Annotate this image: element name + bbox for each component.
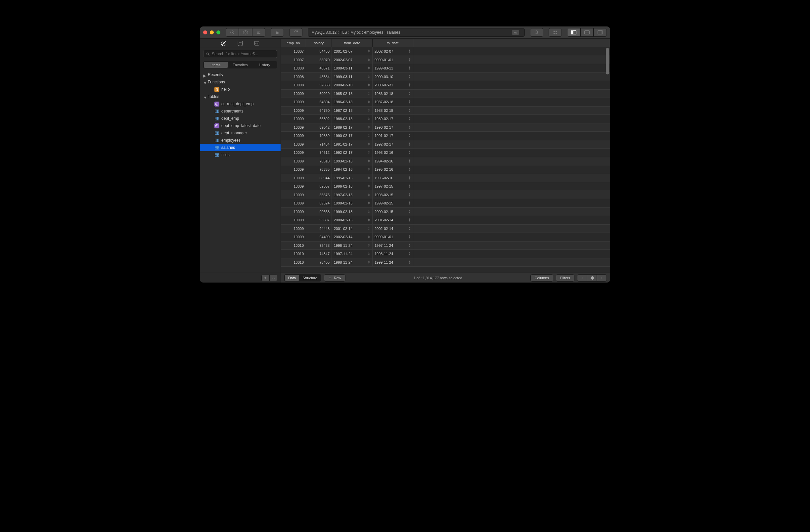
cell-salary[interactable]: 69042 (306, 124, 332, 132)
cell-from_date[interactable]: 2001-02-07▲▼ (332, 47, 373, 55)
cell-to_date[interactable]: 1994-02-16▲▼ (373, 157, 413, 165)
cell-emp_no[interactable]: 10009 (281, 90, 306, 98)
table-row[interactable]: 10010754051998-11-24▲▼1999-11-24▲▼ (281, 258, 610, 267)
table-row[interactable]: 10009714341991-02-17▲▼1992-02-17▲▼ (281, 140, 610, 149)
panel-bottom-icon[interactable] (580, 28, 594, 37)
date-stepper[interactable]: ▲▼ (368, 235, 370, 239)
cell-to_date[interactable]: 9999-01-01▲▼ (373, 233, 413, 241)
cell-to_date[interactable]: 9999-01-01▲▼ (373, 56, 413, 64)
cell-salary[interactable]: 71434 (306, 140, 332, 148)
cell-to_date[interactable]: 1989-02-17▲▼ (373, 115, 413, 123)
tree-table-employees[interactable]: employees (200, 136, 280, 144)
date-stepper[interactable]: ▲▼ (368, 201, 370, 205)
cell-from_date[interactable]: 1989-02-17▲▼ (332, 124, 373, 132)
cell-salary[interactable]: 88070 (306, 56, 332, 64)
date-stepper[interactable]: ▲▼ (408, 193, 411, 197)
cell-to_date[interactable]: 1988-02-18▲▼ (373, 107, 413, 115)
cell-to_date[interactable]: 1999-03-11▲▼ (373, 64, 413, 72)
date-stepper[interactable]: ▲▼ (368, 142, 370, 146)
cell-emp_no[interactable]: 10007 (281, 56, 306, 64)
tree-table-dept_emp[interactable]: dept_emp (200, 115, 280, 122)
date-stepper[interactable]: ▲▼ (408, 201, 411, 205)
cell-salary[interactable]: 64604 (306, 98, 332, 106)
cell-salary[interactable]: 74347 (306, 250, 332, 258)
date-stepper[interactable]: ▲▼ (408, 210, 411, 214)
table-row[interactable]: 10009663021988-02-18▲▼1989-02-17▲▼ (281, 115, 610, 124)
date-stepper[interactable]: ▲▼ (368, 150, 370, 155)
compass-icon[interactable] (219, 39, 229, 47)
minimize-window[interactable] (210, 30, 214, 34)
date-stepper[interactable]: ▲▼ (368, 176, 370, 180)
cell-from_date[interactable]: 1995-02-16▲▼ (332, 174, 373, 182)
date-stepper[interactable]: ▲▼ (368, 117, 370, 121)
cell-emp_no[interactable]: 10009 (281, 191, 306, 199)
cell-salary[interactable]: 74612 (306, 148, 332, 157)
cell-to_date[interactable]: 1986-02-18▲▼ (373, 90, 413, 98)
date-stepper[interactable]: ▲▼ (408, 260, 411, 264)
grid-icon[interactable] (549, 28, 562, 37)
date-stepper[interactable]: ▲▼ (408, 75, 411, 79)
date-stepper[interactable]: ▲▼ (408, 117, 411, 121)
dropdown-button[interactable]: ⌵ (269, 275, 277, 281)
cell-to_date[interactable]: 1998-02-15▲▼ (373, 191, 413, 199)
cell-to_date[interactable]: 1991-02-17▲▼ (373, 132, 413, 140)
prev-page[interactable]: ‹ (577, 274, 587, 281)
tree-tables[interactable]: ▼ Tables (200, 93, 280, 100)
date-stepper[interactable]: ▲▼ (408, 252, 411, 256)
cell-from_date[interactable]: 2000-02-15▲▼ (332, 216, 373, 224)
date-stepper[interactable]: ▲▼ (408, 176, 411, 180)
date-stepper[interactable]: ▲▼ (408, 83, 411, 87)
lock-icon[interactable] (271, 28, 284, 37)
columns-button[interactable]: Columns (530, 274, 553, 281)
tree-table-dept_manager[interactable]: dept_manager (200, 129, 280, 136)
cell-salary[interactable]: 90668 (306, 208, 332, 216)
filters-button[interactable]: Filters (556, 274, 574, 281)
cell-from_date[interactable]: 1998-11-24▲▼ (332, 258, 373, 267)
date-stepper[interactable]: ▲▼ (368, 260, 370, 264)
date-stepper[interactable]: ▲▼ (408, 142, 411, 146)
table-row[interactable]: 10008485841999-03-11▲▼2000-03-10▲▼ (281, 73, 610, 81)
cell-salary[interactable]: 52668 (306, 81, 332, 89)
seg-favorites[interactable]: Favorites (228, 62, 252, 68)
tree-recently[interactable]: ▶ Recently (200, 71, 280, 78)
col-from_date[interactable]: from_date (332, 39, 373, 47)
date-stepper[interactable]: ▲▼ (368, 227, 370, 230)
cell-emp_no[interactable]: 10009 (281, 140, 306, 148)
cell-salary[interactable]: 66302 (306, 115, 332, 123)
database-icon[interactable] (235, 39, 245, 47)
date-stepper[interactable]: ▲▼ (368, 58, 370, 62)
panel-right-icon[interactable] (594, 28, 607, 37)
cell-salary[interactable]: 80944 (306, 174, 332, 182)
cell-to_date[interactable]: 2002-02-14▲▼ (373, 225, 413, 233)
add-row-button[interactable]: ＋ Row (324, 274, 345, 281)
date-stepper[interactable]: ▲▼ (408, 100, 411, 104)
date-stepper[interactable]: ▲▼ (368, 167, 370, 172)
cell-from_date[interactable]: 1997-02-15▲▼ (332, 191, 373, 199)
tree-table-current_dept_emp[interactable]: current_dept_emp (200, 100, 280, 108)
search-icon[interactable] (530, 28, 543, 37)
cell-from_date[interactable]: 1997-11-24▲▼ (332, 250, 373, 258)
table-row[interactable]: 10009944432001-02-14▲▼2002-02-14▲▼ (281, 225, 610, 233)
cell-from_date[interactable]: 2000-03-10▲▼ (332, 81, 373, 89)
date-stepper[interactable]: ▲▼ (368, 159, 370, 163)
cell-salary[interactable]: 60929 (306, 90, 332, 98)
tree-table-dept_emp_latest_date[interactable]: dept_emp_latest_date (200, 122, 280, 129)
cell-from_date[interactable]: 1991-02-17▲▼ (332, 140, 373, 148)
table-row[interactable]: 10009809441995-02-16▲▼1996-02-16▲▼ (281, 174, 610, 183)
date-stepper[interactable]: ▲▼ (368, 134, 370, 138)
date-stepper[interactable]: ▲▼ (408, 66, 411, 70)
cell-to_date[interactable]: 2000-03-10▲▼ (373, 73, 413, 81)
cell-to_date[interactable]: 1999-11-24▲▼ (373, 258, 413, 267)
date-stepper[interactable]: ▲▼ (408, 125, 411, 129)
refresh-icon[interactable] (289, 28, 303, 37)
table-row[interactable]: 10007880702002-02-07▲▼9999-01-01▲▼ (281, 56, 610, 65)
cell-emp_no[interactable]: 10009 (281, 233, 306, 241)
cell-to_date[interactable]: 1997-11-24▲▼ (373, 242, 413, 250)
sql-icon[interactable]: SQL (252, 39, 262, 47)
cell-salary[interactable]: 82507 (306, 182, 332, 191)
cell-emp_no[interactable]: 10009 (281, 148, 306, 157)
cell-emp_no[interactable]: 10009 (281, 132, 306, 140)
table-row[interactable]: 10009783351994-02-16▲▼1995-02-16▲▼ (281, 165, 610, 174)
seg-data[interactable]: Data (285, 275, 299, 281)
cell-from_date[interactable]: 1985-02-18▲▼ (332, 90, 373, 98)
